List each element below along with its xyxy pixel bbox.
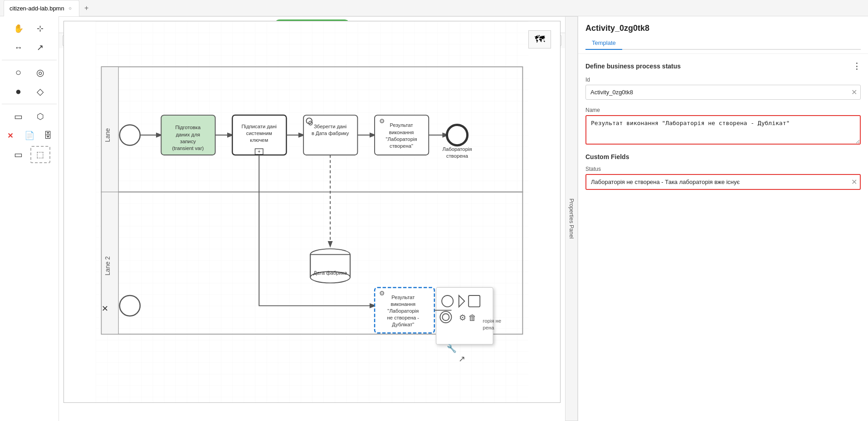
section-title-text: Define business process status — [585, 63, 681, 70]
svg-text:виконання: виконання — [389, 130, 414, 135]
toolbar-row-3: ○ ◎ — [2, 64, 57, 81]
name-label: Name — [585, 107, 861, 113]
toolbar-row-4: ● ◇ — [2, 83, 57, 100]
rect-tool[interactable]: ▭ — [9, 108, 29, 125]
panel-header: Activity_0zg0tk8 Template — [578, 16, 868, 54]
diamond-tool[interactable]: ◇ — [30, 83, 50, 100]
svg-point-57 — [442, 314, 449, 320]
tab-close-btn[interactable]: ○ — [67, 5, 73, 11]
svg-text:⚙: ⚙ — [459, 313, 466, 322]
svg-rect-0 — [96, 21, 528, 402]
toolbar-row-7: ▭ ⬚ — [2, 146, 57, 163]
main-area: ✋ ⊹ ↔ ↗ ○ ◎ ● ◇ ▭ ⬡ ✕ 📄 🗄 ▭ ⬚ — [0, 16, 868, 421]
status-input-wrap: ✕ — [585, 174, 861, 190]
file-tab[interactable]: citizen-add-lab.bpmn ○ — [4, 0, 79, 16]
circle-outline-tool[interactable]: ○ — [9, 64, 29, 81]
id-clear-btn[interactable]: ✕ — [851, 88, 857, 97]
status-label: Status — [585, 166, 861, 172]
custom-fields-section: Custom Fields Status ✕ — [585, 153, 861, 190]
database-tool[interactable]: 🗄 — [39, 127, 57, 144]
svg-text:системним: системним — [246, 131, 272, 136]
status-field-group: Status ✕ — [585, 166, 861, 190]
svg-text:створена": створена" — [390, 143, 413, 149]
section-menu-icon[interactable]: ⋮ — [853, 61, 861, 71]
svg-text:Lane 2: Lane 2 — [104, 256, 111, 276]
svg-text:↗: ↗ — [458, 354, 465, 363]
bpmn-diagram: Lane Lane 2 Підготовка даних для запису … — [64, 21, 560, 402]
id-field-group: Id ✕ — [585, 77, 861, 100]
svg-text:⚙: ⚙ — [379, 290, 385, 297]
svg-text:горія не: горія не — [483, 318, 502, 324]
name-field-group: Name — [585, 107, 861, 146]
space-tool[interactable]: ↔ — [9, 39, 29, 56]
svg-text:Дублікат": Дублікат" — [392, 322, 414, 327]
toolbar-row-2: ↔ ↗ — [2, 39, 57, 56]
svg-text:Результат: Результат — [390, 122, 413, 128]
divider-1 — [2, 60, 57, 60]
hand-tool[interactable]: ✋ — [9, 20, 29, 37]
page-tool[interactable]: 📄 — [21, 127, 38, 144]
id-input-wrap: ✕ — [585, 85, 861, 100]
svg-point-35 — [447, 125, 467, 145]
right-panel: Activity_0zg0tk8 Template Define busines… — [578, 16, 868, 421]
svg-text:(transient var): (transient var) — [172, 145, 204, 151]
toolbar-row-6: ✕ 📄 🗄 — [2, 127, 57, 144]
panel-tab-bar: Template — [585, 37, 861, 50]
svg-text:ключем: ключем — [250, 137, 268, 143]
cylinder-tool[interactable]: ⬡ — [30, 108, 50, 125]
diagram-container[interactable]: Lane Lane 2 Підготовка даних для запису … — [63, 21, 561, 403]
svg-text:Lane: Lane — [104, 128, 111, 142]
svg-text:Підписати дані: Підписати дані — [242, 124, 277, 129]
svg-text:рена: рена — [483, 325, 495, 330]
svg-text:Зберегти дані: Зберегти дані — [314, 124, 346, 129]
svg-point-65 — [120, 295, 140, 316]
svg-text:даних для: даних для — [176, 132, 200, 137]
mini-map-icon: 🗺 — [535, 34, 545, 45]
rect2-tool[interactable]: ▭ — [9, 146, 29, 163]
svg-point-7 — [120, 125, 140, 145]
canvas-area: Lane Lane 2 Підготовка даних для запису … — [59, 16, 565, 421]
activity-id-title: Activity_0zg0tk8 — [585, 24, 861, 33]
svg-text:✕: ✕ — [102, 304, 108, 313]
delete-tool[interactable]: ✕ — [2, 127, 19, 144]
svg-point-53 — [442, 295, 453, 307]
svg-text:"Лабораторія: "Лабораторія — [386, 136, 417, 142]
name-textarea[interactable] — [585, 115, 861, 145]
svg-text:"Лабораторія: "Лабораторія — [387, 308, 419, 314]
section-title: Define business process status ⋮ — [585, 61, 861, 71]
svg-text:Результат: Результат — [391, 295, 414, 300]
svg-text:Лабораторія: Лабораторія — [443, 146, 472, 152]
dotted-rect-tool[interactable]: ⬚ — [30, 146, 50, 163]
svg-text:🔧: 🔧 — [447, 344, 457, 353]
svg-rect-55 — [468, 295, 480, 307]
tab-bar: citizen-add-lab.bpmn ○ + — [0, 0, 868, 16]
template-tab[interactable]: Template — [585, 37, 622, 50]
svg-text:в Дата фабрику: в Дата фабрику — [312, 131, 349, 136]
id-label: Id — [585, 77, 861, 83]
lasso-tool[interactable]: ⊹ — [30, 20, 50, 37]
mini-map[interactable]: 🗺 — [528, 30, 551, 48]
svg-text:🗑: 🗑 — [468, 313, 477, 322]
svg-text:Підготовка: Підготовка — [175, 125, 201, 130]
svg-text:запису: запису — [180, 139, 196, 144]
circle-double-tool[interactable]: ◎ — [30, 64, 50, 81]
svg-text:⚙: ⚙ — [379, 118, 385, 125]
svg-text:створена: створена — [446, 153, 468, 159]
id-input[interactable] — [585, 85, 861, 100]
svg-text:+: + — [258, 149, 261, 154]
tab-filename: citizen-add-lab.bpmn — [10, 5, 64, 12]
divider-2 — [2, 104, 57, 104]
panel-content: Define business process status ⋮ Id ✕ Na… — [578, 54, 868, 421]
custom-fields-header: Custom Fields — [585, 153, 861, 160]
circle-solid-tool[interactable]: ● — [9, 83, 29, 100]
properties-panel-tab[interactable]: Properties Panel — [565, 16, 578, 421]
status-clear-btn[interactable]: ✕ — [851, 178, 857, 186]
svg-text:⚙: ⚙ — [307, 119, 313, 127]
svg-text:Дата фабрика: Дата фабрика — [313, 270, 347, 276]
add-tab-btn[interactable]: + — [81, 3, 92, 14]
toolbar-row-5: ▭ ⬡ — [2, 108, 57, 125]
toolbar-row-1: ✋ ⊹ — [2, 20, 57, 37]
connect-tool[interactable]: ↗ — [30, 39, 50, 56]
status-input[interactable] — [585, 174, 861, 190]
svg-text:виконання: виконання — [390, 301, 415, 307]
